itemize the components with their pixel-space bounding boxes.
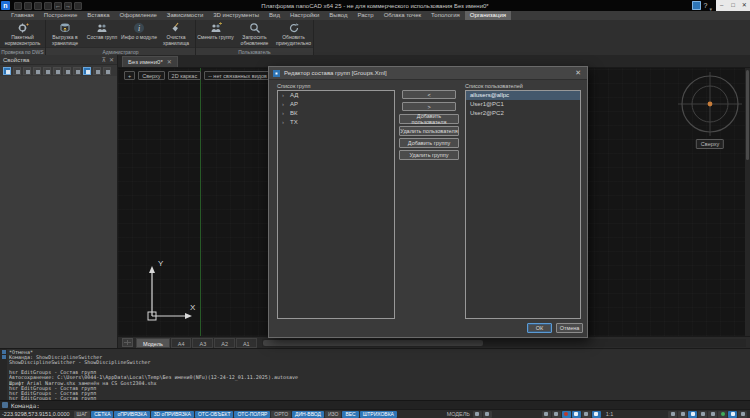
table-icon[interactable] <box>692 1 701 10</box>
canvas-horizontal-scrollbar[interactable] <box>262 339 746 347</box>
toggle-otrack-polar[interactable]: ОТС-ПОЛЯР <box>234 411 270 418</box>
add-user-button[interactable]: Добавить пользователя <box>399 114 459 124</box>
print-icon[interactable] <box>74 2 82 10</box>
flag-icon[interactable] <box>728 411 737 418</box>
toggle-otrack-object[interactable]: ОТС-ОБЪЕКТ <box>195 411 233 418</box>
pin-icon[interactable]: ⊼ <box>102 56 106 63</box>
compass-view-label[interactable]: Сверху <box>696 139 724 149</box>
new-file-icon[interactable] <box>14 2 22 10</box>
toggle-osnap[interactable]: оПРИВЯЗКА <box>114 411 149 418</box>
ok-button[interactable]: ОК <box>527 323 552 333</box>
minimize-button[interactable]: – <box>716 0 727 11</box>
tab-3d-instrumenty[interactable]: 3D инструменты <box>208 11 264 20</box>
command-input-row[interactable]: Команда: <box>0 400 750 409</box>
tab-rastr[interactable]: Растр <box>352 11 378 20</box>
redo-icon[interactable]: → <box>64 2 72 10</box>
document-tab-close-icon[interactable]: ✕ <box>167 57 172 68</box>
layout-tab-a3[interactable]: А3 <box>192 338 213 348</box>
toggle-ortho[interactable]: ОРТО <box>271 411 291 418</box>
command-log[interactable]: *Отмена* Команда: ShowDisciplineSwitcher… <box>0 348 750 400</box>
group-tree-item[interactable]: ВК <box>278 109 394 118</box>
panel-close-icon[interactable]: ✕ <box>109 56 114 63</box>
cancel-button[interactable]: Отмена <box>556 323 583 333</box>
help-button[interactable]: ? <box>704 2 708 9</box>
tab-vyvod[interactable]: Вывод <box>324 11 352 20</box>
layers-icon[interactable] <box>63 67 71 75</box>
ruler-icon[interactable] <box>582 411 591 418</box>
tab-zavisimosti[interactable]: Зависимости <box>162 11 208 20</box>
user-list-item[interactable]: allusers@allpc <box>466 91 580 100</box>
group-composition-button[interactable]: Состав групп <box>84 21 120 41</box>
close-button[interactable]: ✕ <box>739 0 750 11</box>
group-tree-item[interactable]: АД <box>278 91 394 100</box>
status-ok-icon[interactable] <box>718 411 727 418</box>
tab-oblaka-tochek[interactable]: Облака точек <box>379 11 426 20</box>
tab-topologiya[interactable]: Топология <box>426 11 465 20</box>
scale-indicator[interactable]: 1:1 <box>606 411 614 417</box>
selection-cursor-icon[interactable] <box>572 411 581 418</box>
dialog-close-icon[interactable]: ✕ <box>573 69 583 77</box>
group-tree-item[interactable]: ТХ <box>278 118 394 127</box>
add-group-button[interactable]: Добавить группу <box>399 138 459 148</box>
tab-glavnaya[interactable]: Главная <box>6 11 39 20</box>
dialog-titlebar[interactable]: Редактор состава групп [Groups.Xml] ✕ <box>269 67 587 80</box>
save-icon[interactable] <box>34 2 42 10</box>
zoom-icon[interactable] <box>688 411 697 418</box>
highlight-tool-icon[interactable] <box>83 67 91 75</box>
layout-tab-a4[interactable]: А4 <box>171 338 192 348</box>
app-logo-icon[interactable]: n <box>1 1 10 10</box>
info-panel-icon[interactable] <box>103 67 111 75</box>
document-tab[interactable]: Без имени0* ✕ <box>122 56 178 67</box>
layout-tab-a2[interactable]: А2 <box>214 338 235 348</box>
group-tree-item[interactable]: АР <box>278 100 394 109</box>
paper-space-icon[interactable] <box>473 411 482 418</box>
maximize-button[interactable]: □ <box>727 0 738 11</box>
delete-group-button[interactable]: Удалить группу <box>399 150 459 160</box>
linked-views-button[interactable]: -- нет связанных видов -- <box>204 71 276 80</box>
visual-style-button[interactable]: 2D каркас <box>168 71 202 80</box>
settings-icon[interactable] <box>73 67 81 75</box>
filter-icon[interactable] <box>53 67 61 75</box>
toggle-lineweight[interactable]: ВЕС <box>342 411 358 418</box>
force-update-button[interactable]: Обновить принудительно <box>275 21 313 46</box>
eraser-icon[interactable] <box>668 411 677 418</box>
toggle-hatch[interactable]: ШТРИХОВКА <box>360 411 397 418</box>
users-list[interactable]: allusers@allpc User1@PC1 User2@PC2 <box>465 90 581 319</box>
batch-normcontrol-button[interactable]: Пакетный нормоконтроль <box>1 21 45 46</box>
tab-nastroyki[interactable]: Настройки <box>285 11 324 20</box>
layout-tab-a1[interactable]: А1 <box>236 338 257 348</box>
target-icon[interactable] <box>708 411 717 418</box>
view-direction-button[interactable]: Сверху <box>138 71 164 80</box>
move-right-button[interactable]: > <box>402 102 456 111</box>
canvas-vertical-scrollbar[interactable] <box>745 68 750 336</box>
select-tool-icon[interactable] <box>3 67 11 75</box>
layout-tab-model[interactable]: Модель <box>136 338 170 348</box>
toggle-snap[interactable]: ШАГ <box>74 411 91 418</box>
toggle-dyn-input[interactable]: ДИН-ВВОД <box>292 411 324 418</box>
tab-vid[interactable]: Вид <box>264 11 285 20</box>
model-space-label[interactable]: МОДЕЛЬ <box>447 411 470 417</box>
user-list-item[interactable]: User2@PC2 <box>466 109 580 118</box>
tab-postroenie[interactable]: Построение <box>39 11 82 20</box>
change-group-button[interactable]: Сменить группу <box>197 21 235 41</box>
pan-icon[interactable] <box>698 411 707 418</box>
layout-list-icon[interactable] <box>122 338 133 347</box>
undo-icon[interactable]: ← <box>54 2 62 10</box>
request-update-button[interactable]: Запросить обновление <box>236 21 274 46</box>
view-compass[interactable]: Сверху <box>678 72 742 150</box>
cleanup-storage-button[interactable]: Очистка хранилища <box>158 21 194 46</box>
module-info-button[interactable]: i Инфо о модуле <box>121 21 157 41</box>
tab-oformlenie[interactable]: Оформление <box>115 11 162 20</box>
user-list-item[interactable]: User1@PC1 <box>466 100 580 109</box>
pick-tool-icon[interactable] <box>13 67 21 75</box>
open-file-icon[interactable] <box>24 2 32 10</box>
copy-properties-icon[interactable] <box>23 67 31 75</box>
search-icon[interactable] <box>678 411 687 418</box>
viewport-lock-icon[interactable] <box>483 411 492 418</box>
annotation-icon[interactable] <box>542 411 551 418</box>
quick-select-icon[interactable] <box>43 67 51 75</box>
paste-properties-icon[interactable] <box>33 67 41 75</box>
lamp-icon[interactable] <box>552 411 561 418</box>
toggle-3d-osnap[interactable]: 3D оПРИВЯЗКА <box>151 411 194 418</box>
save-all-icon[interactable] <box>44 2 52 10</box>
